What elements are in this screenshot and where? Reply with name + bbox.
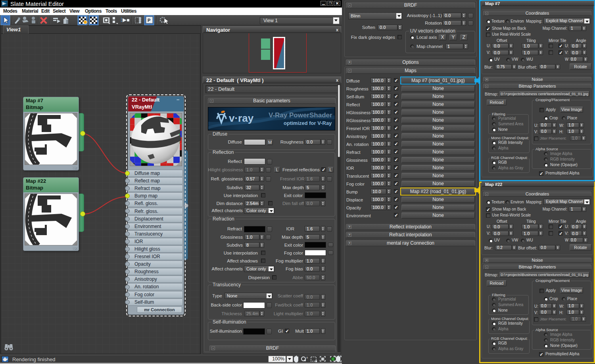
svg-text:V-Ray PowerShader: V-Ray PowerShader — [269, 111, 332, 119]
svg-text:±: ± — [306, 356, 308, 359]
svg-text:v·ray: v·ray — [229, 112, 254, 124]
svg-text:optimized for V-Ray: optimized for V-Ray — [284, 120, 332, 126]
